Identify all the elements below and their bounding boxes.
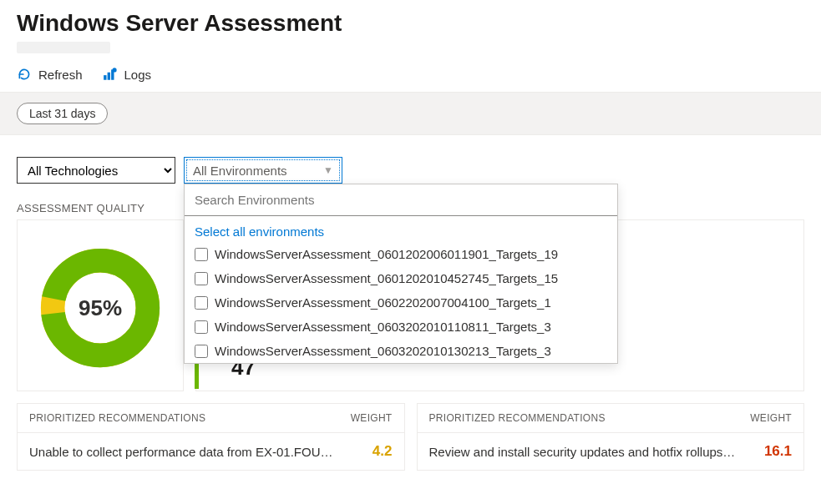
recommendation-card-right: PRIORITIZED RECOMMENDATIONS WEIGHT Revie…	[417, 403, 805, 471]
refresh-icon	[17, 67, 32, 82]
environment-option[interactable]: WindowsServerAssessment_0601202006011901…	[185, 242, 617, 266]
svg-point-3	[112, 68, 116, 72]
svg-rect-0	[104, 75, 106, 80]
recommendation-header: PRIORITIZED RECOMMENDATIONS WEIGHT	[418, 404, 804, 433]
refresh-label: Refresh	[38, 68, 83, 82]
refresh-button[interactable]: Refresh	[17, 67, 83, 82]
environments-dropdown-head[interactable]: All Environments ▼	[184, 157, 342, 184]
selector-row: All Technologies All Environments ▼ Sele…	[0, 135, 821, 184]
logs-icon	[103, 67, 118, 82]
environment-option[interactable]: WindowsServerAssessment_0601202010452745…	[185, 266, 617, 290]
recommendation-card-left: PRIORITIZED RECOMMENDATIONS WEIGHT Unabl…	[17, 403, 405, 471]
recommendation-header: PRIORITIZED RECOMMENDATIONS WEIGHT	[18, 404, 404, 433]
select-all-environments[interactable]: Select all environments	[185, 216, 617, 242]
quality-donut-chart: 95%	[38, 245, 163, 370]
rec-header-title: PRIORITIZED RECOMMENDATIONS	[29, 412, 205, 424]
environment-option-label: WindowsServerAssessment_0601202010452745…	[215, 271, 558, 285]
rec-header-weight: WEIGHT	[750, 412, 792, 424]
page-title: Windows Server Assessment	[0, 0, 821, 42]
recommendation-row[interactable]: Review and install security updates and …	[418, 433, 804, 470]
environment-checkbox[interactable]	[195, 320, 208, 334]
environments-dropdown[interactable]: All Environments ▼ Select all environmen…	[184, 157, 342, 184]
recommendation-text: Review and install security updates and …	[429, 445, 746, 459]
environment-option[interactable]: WindowsServerAssessment_0602202007004100…	[185, 290, 617, 315]
environments-search-input[interactable]	[185, 184, 617, 216]
time-range-pill[interactable]: Last 31 days	[17, 103, 108, 124]
rec-header-title: PRIORITIZED RECOMMENDATIONS	[429, 412, 606, 424]
technologies-select[interactable]: All Technologies	[17, 157, 175, 184]
recommendation-weight: 16.1	[764, 443, 792, 460]
donut-center-label: 95%	[38, 245, 163, 370]
recommendation-text: Unable to collect performance data from …	[29, 445, 343, 459]
recommendation-row[interactable]: Unable to collect performance data from …	[18, 433, 404, 470]
logs-button[interactable]: Logs	[103, 67, 152, 82]
environment-checkbox[interactable]	[195, 296, 208, 310]
subtitle-placeholder	[17, 42, 110, 53]
environments-dropdown-panel: Select all environments WindowsServerAss…	[184, 184, 618, 364]
time-filter-bar: Last 31 days	[0, 92, 821, 135]
rec-header-weight: WEIGHT	[351, 412, 393, 424]
chevron-down-icon: ▼	[323, 164, 333, 176]
environment-option[interactable]: WindowsServerAssessment_0603202010110811…	[185, 315, 617, 339]
environments-selected-label: All Environments	[193, 164, 287, 178]
recommendation-tables: PRIORITIZED RECOMMENDATIONS WEIGHT Unabl…	[0, 391, 821, 479]
environment-option[interactable]: WindowsServerAssessment_0603202010130213…	[185, 339, 617, 363]
recommendation-weight: 4.2	[372, 443, 393, 460]
environment-checkbox[interactable]	[195, 272, 208, 285]
environment-checkbox[interactable]	[195, 345, 208, 358]
toolbar: Refresh Logs	[0, 53, 821, 92]
environment-option-label: WindowsServerAssessment_0601202006011901…	[215, 247, 558, 261]
environment-checkbox[interactable]	[195, 248, 208, 261]
logs-label: Logs	[124, 68, 152, 82]
environment-option-label: WindowsServerAssessment_0603202010110811…	[215, 320, 551, 334]
svg-rect-1	[107, 73, 109, 80]
environment-option-label: WindowsServerAssessment_0603202010130213…	[215, 344, 551, 358]
environment-option-label: WindowsServerAssessment_0602202007004100…	[215, 295, 551, 310]
quality-card: 95%	[17, 219, 184, 391]
